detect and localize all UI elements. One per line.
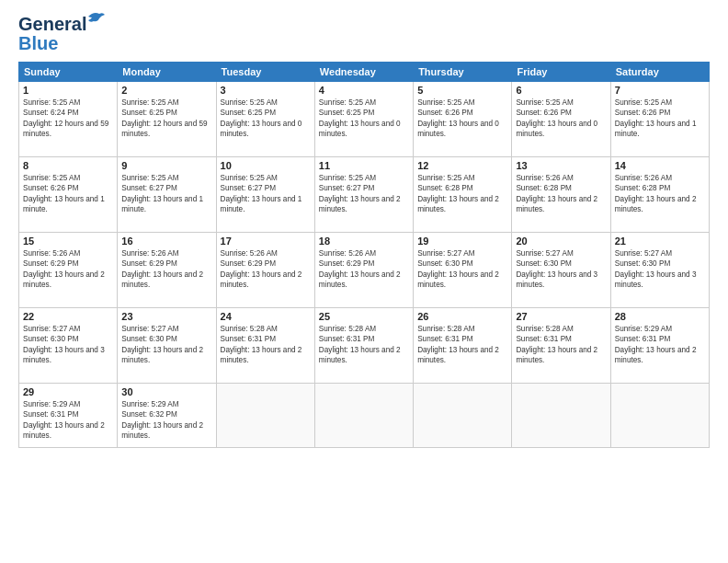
cell-info: Sunrise: 5:25 AM Sunset: 6:25 PM Dayligh… <box>221 98 311 140</box>
date-number: 26 <box>417 311 507 322</box>
calendar-cell: 18 Sunrise: 5:26 AM Sunset: 6:29 PM Dayl… <box>314 233 413 308</box>
logo-general: General <box>18 14 86 34</box>
cell-info: Sunrise: 5:27 AM Sunset: 6:30 PM Dayligh… <box>417 248 507 291</box>
calendar-cell: 1 Sunrise: 5:25 AM Sunset: 6:24 PM Dayli… <box>19 82 118 157</box>
calendar-cell: 12 Sunrise: 5:25 AM Sunset: 6:28 PM Dayl… <box>414 157 512 233</box>
date-number: 21 <box>615 236 705 247</box>
calendar-table: SundayMondayTuesdayWednesdayThursdayFrid… <box>18 62 710 448</box>
cell-info: Sunrise: 5:27 AM Sunset: 6:30 PM Dayligh… <box>516 248 606 291</box>
weekday-header: Tuesday <box>216 63 314 82</box>
cell-info: Sunrise: 5:26 AM Sunset: 6:29 PM Dayligh… <box>23 248 113 291</box>
cell-info: Sunrise: 5:28 AM Sunset: 6:31 PM Dayligh… <box>417 324 507 366</box>
date-number: 1 <box>23 85 113 96</box>
calendar-cell: 10 Sunrise: 5:25 AM Sunset: 6:27 PM Dayl… <box>216 157 314 233</box>
date-number: 24 <box>221 311 311 322</box>
cell-info: Sunrise: 5:25 AM Sunset: 6:24 PM Dayligh… <box>23 98 113 140</box>
page: General Blue SundayMondayTuesdayWednesda… <box>0 0 728 563</box>
calendar-cell: 23 Sunrise: 5:27 AM Sunset: 6:30 PM Dayl… <box>118 308 216 384</box>
date-number: 6 <box>516 85 606 96</box>
date-number: 9 <box>121 160 211 171</box>
calendar-cell: 15 Sunrise: 5:26 AM Sunset: 6:29 PM Dayl… <box>19 233 118 308</box>
cell-info: Sunrise: 5:25 AM Sunset: 6:28 PM Dayligh… <box>417 173 507 215</box>
header: General Blue <box>18 14 710 54</box>
date-number: 20 <box>516 236 606 247</box>
date-number: 17 <box>221 236 311 247</box>
date-number: 10 <box>221 160 311 171</box>
calendar-cell <box>610 384 709 448</box>
calendar-cell: 22 Sunrise: 5:27 AM Sunset: 6:30 PM Dayl… <box>19 308 118 384</box>
date-number: 12 <box>417 160 507 171</box>
date-number: 28 <box>615 311 705 322</box>
date-number: 7 <box>615 85 705 96</box>
weekday-header: Thursday <box>414 63 512 82</box>
calendar-cell: 19 Sunrise: 5:27 AM Sunset: 6:30 PM Dayl… <box>414 233 512 308</box>
date-number: 11 <box>319 160 409 171</box>
cell-info: Sunrise: 5:27 AM Sunset: 6:30 PM Dayligh… <box>23 324 113 366</box>
weekday-header: Wednesday <box>314 63 413 82</box>
calendar-cell <box>314 384 413 448</box>
cell-info: Sunrise: 5:25 AM Sunset: 6:27 PM Dayligh… <box>319 173 409 215</box>
calendar-cell: 9 Sunrise: 5:25 AM Sunset: 6:27 PM Dayli… <box>118 157 216 233</box>
cell-info: Sunrise: 5:25 AM Sunset: 6:25 PM Dayligh… <box>121 98 211 140</box>
date-number: 27 <box>516 311 606 322</box>
calendar-cell: 21 Sunrise: 5:27 AM Sunset: 6:30 PM Dayl… <box>610 233 709 308</box>
date-number: 30 <box>121 386 211 397</box>
calendar-cell <box>512 384 610 448</box>
calendar-cell: 27 Sunrise: 5:28 AM Sunset: 6:31 PM Dayl… <box>512 308 610 384</box>
date-number: 15 <box>23 236 113 247</box>
cell-info: Sunrise: 5:26 AM Sunset: 6:29 PM Dayligh… <box>221 248 311 291</box>
cell-info: Sunrise: 5:28 AM Sunset: 6:31 PM Dayligh… <box>221 324 311 366</box>
cell-info: Sunrise: 5:25 AM Sunset: 6:27 PM Dayligh… <box>221 173 311 215</box>
cell-info: Sunrise: 5:25 AM Sunset: 6:26 PM Dayligh… <box>23 173 113 215</box>
cell-info: Sunrise: 5:26 AM Sunset: 6:28 PM Dayligh… <box>615 173 705 215</box>
calendar-cell: 6 Sunrise: 5:25 AM Sunset: 6:26 PM Dayli… <box>512 82 610 157</box>
cell-info: Sunrise: 5:25 AM Sunset: 6:25 PM Dayligh… <box>319 98 409 140</box>
date-number: 23 <box>121 311 211 322</box>
logo: General Blue <box>18 14 86 54</box>
calendar-cell: 29 Sunrise: 5:29 AM Sunset: 6:31 PM Dayl… <box>19 384 118 448</box>
date-number: 4 <box>319 85 409 96</box>
cell-info: Sunrise: 5:29 AM Sunset: 6:31 PM Dayligh… <box>615 324 705 366</box>
calendar-cell: 4 Sunrise: 5:25 AM Sunset: 6:25 PM Dayli… <box>314 82 413 157</box>
date-number: 29 <box>23 386 113 397</box>
cell-info: Sunrise: 5:25 AM Sunset: 6:26 PM Dayligh… <box>615 98 705 140</box>
weekday-header: Monday <box>118 63 216 82</box>
header-row: SundayMondayTuesdayWednesdayThursdayFrid… <box>19 63 710 82</box>
date-number: 16 <box>121 236 211 247</box>
calendar-cell: 28 Sunrise: 5:29 AM Sunset: 6:31 PM Dayl… <box>610 308 709 384</box>
calendar-cell: 14 Sunrise: 5:26 AM Sunset: 6:28 PM Dayl… <box>610 157 709 233</box>
date-number: 13 <box>516 160 606 171</box>
date-number: 5 <box>417 85 507 96</box>
cell-info: Sunrise: 5:28 AM Sunset: 6:31 PM Dayligh… <box>516 324 606 366</box>
cell-info: Sunrise: 5:26 AM Sunset: 6:28 PM Dayligh… <box>516 173 606 215</box>
date-number: 2 <box>121 85 211 96</box>
calendar-cell: 17 Sunrise: 5:26 AM Sunset: 6:29 PM Dayl… <box>216 233 314 308</box>
calendar-cell: 26 Sunrise: 5:28 AM Sunset: 6:31 PM Dayl… <box>414 308 512 384</box>
calendar-cell: 5 Sunrise: 5:25 AM Sunset: 6:26 PM Dayli… <box>414 82 512 157</box>
date-number: 14 <box>615 160 705 171</box>
cell-info: Sunrise: 5:29 AM Sunset: 6:31 PM Dayligh… <box>23 399 113 442</box>
calendar-cell: 8 Sunrise: 5:25 AM Sunset: 6:26 PM Dayli… <box>19 157 118 233</box>
calendar-cell: 13 Sunrise: 5:26 AM Sunset: 6:28 PM Dayl… <box>512 157 610 233</box>
cell-info: Sunrise: 5:27 AM Sunset: 6:30 PM Dayligh… <box>615 248 705 291</box>
cell-info: Sunrise: 5:25 AM Sunset: 6:26 PM Dayligh… <box>516 98 606 140</box>
calendar-cell: 11 Sunrise: 5:25 AM Sunset: 6:27 PM Dayl… <box>314 157 413 233</box>
cell-info: Sunrise: 5:25 AM Sunset: 6:27 PM Dayligh… <box>121 173 211 215</box>
date-number: 19 <box>417 236 507 247</box>
calendar-cell: 25 Sunrise: 5:28 AM Sunset: 6:31 PM Dayl… <box>314 308 413 384</box>
cell-info: Sunrise: 5:27 AM Sunset: 6:30 PM Dayligh… <box>121 324 211 366</box>
date-number: 8 <box>23 160 113 171</box>
cell-info: Sunrise: 5:28 AM Sunset: 6:31 PM Dayligh… <box>319 324 409 366</box>
cell-info: Sunrise: 5:29 AM Sunset: 6:32 PM Dayligh… <box>121 399 211 442</box>
calendar-cell: 24 Sunrise: 5:28 AM Sunset: 6:31 PM Dayl… <box>216 308 314 384</box>
cell-info: Sunrise: 5:26 AM Sunset: 6:29 PM Dayligh… <box>319 248 409 291</box>
weekday-header: Friday <box>512 63 610 82</box>
calendar-cell <box>414 384 512 448</box>
date-number: 22 <box>23 311 113 322</box>
calendar-cell: 7 Sunrise: 5:25 AM Sunset: 6:26 PM Dayli… <box>610 82 709 157</box>
logo-blue: Blue <box>18 33 58 54</box>
cell-info: Sunrise: 5:25 AM Sunset: 6:26 PM Dayligh… <box>417 98 507 140</box>
weekday-header: Saturday <box>610 63 709 82</box>
calendar-cell: 30 Sunrise: 5:29 AM Sunset: 6:32 PM Dayl… <box>118 384 216 448</box>
calendar-cell: 20 Sunrise: 5:27 AM Sunset: 6:30 PM Dayl… <box>512 233 610 308</box>
